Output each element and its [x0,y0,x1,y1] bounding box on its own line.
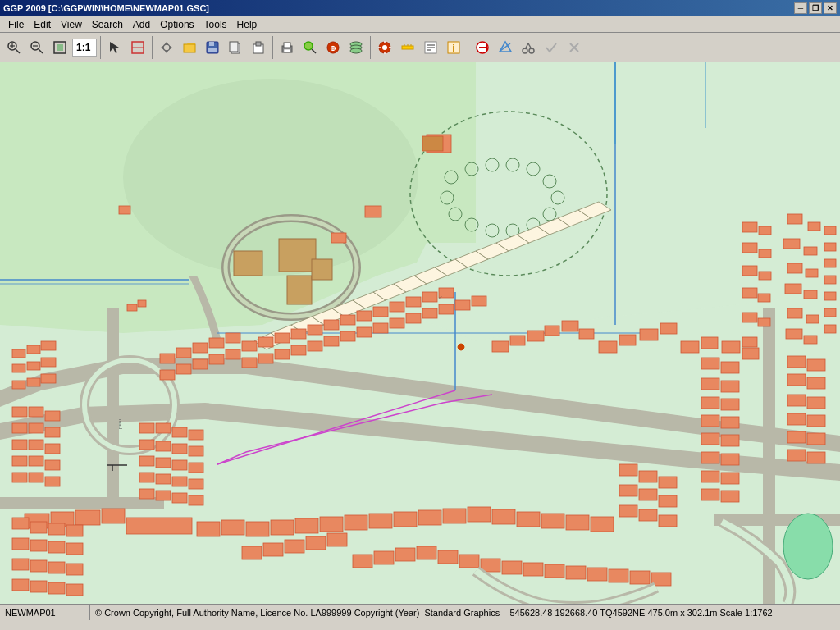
title-bar: GGP 2009 [C:\GGPWIN\HOME\NEWMAP01.GSC] ─… [0,0,840,16]
svg-rect-310 [30,560,47,572]
annotation-button[interactable] [420,37,441,58]
svg-rect-308 [66,543,83,555]
svg-rect-143 [824,325,836,333]
select-tool[interactable] [104,37,126,58]
stop-button[interactable] [472,37,493,58]
svg-rect-261 [545,564,564,578]
svg-rect-316 [66,584,83,596]
menu-add[interactable]: Add [128,18,155,31]
zoom-window-button[interactable] [299,37,321,58]
svg-rect-320 [189,430,203,440]
svg-rect-295 [12,456,27,466]
svg-rect-304 [66,525,83,536]
svg-rect-224 [541,514,564,528]
svg-rect-183 [422,292,437,302]
cross-button[interactable] [564,37,585,58]
svg-rect-169 [193,343,208,353]
svg-rect-72 [279,239,316,272]
view-extents-button[interactable] [49,37,71,58]
map-canvas[interactable]: ← road [0,62,840,604]
menu-edit[interactable]: Edit [29,18,56,31]
minimize-button[interactable]: ─ [794,2,807,14]
layer-button[interactable] [345,37,367,58]
svg-rect-130 [742,266,757,276]
svg-rect-307 [48,541,65,553]
svg-rect-208 [102,509,125,523]
save-button[interactable] [202,37,223,58]
svg-rect-8 [57,44,63,51]
svg-rect-278 [807,452,825,463]
measure-button[interactable] [397,37,418,58]
svg-rect-156 [562,321,578,331]
svg-rect-174 [275,333,290,343]
svg-rect-288 [45,411,60,421]
svg-text:⊕: ⊕ [330,44,336,52]
svg-rect-37 [402,46,413,49]
svg-rect-201 [422,308,437,318]
menu-options[interactable]: Options [155,18,199,31]
restore-button[interactable]: ❐ [809,2,822,14]
svg-rect-296 [29,456,43,466]
svg-rect-271 [788,395,806,406]
svg-rect-335 [172,493,187,503]
svg-rect-276 [807,433,825,445]
svg-rect-139 [824,259,836,267]
svg-rect-145 [619,335,636,345]
svg-rect-242 [721,491,739,502]
svg-rect-291 [45,427,60,437]
menu-search[interactable]: Search [87,18,128,31]
navigate-button[interactable] [495,37,516,58]
open-button[interactable] [179,37,200,58]
svg-rect-273 [788,413,806,425]
info-button[interactable]: i [443,37,464,58]
zoom-all-button[interactable]: ⊕ [322,37,344,58]
menu-view[interactable]: View [56,18,87,31]
menu-file[interactable]: File [3,18,29,31]
svg-rect-207 [75,510,100,525]
edit-tool[interactable] [127,37,148,58]
close-button[interactable]: ✕ [824,2,837,14]
svg-rect-180 [373,307,388,317]
paste-button[interactable] [248,37,269,58]
scissors-button[interactable] [518,37,539,58]
svg-rect-293 [29,440,43,450]
svg-rect-209 [126,518,192,534]
svg-rect-140 [824,276,836,284]
svg-rect-132 [742,288,757,298]
print-button[interactable] [276,37,298,58]
status-coordinates: © Crown Copyright, Full Authority Name, … [90,605,840,620]
pan-button[interactable] [156,37,177,58]
menu-tools[interactable]: Tools [199,18,232,31]
zoom-in-button[interactable] [3,37,25,58]
copy-button[interactable] [225,37,246,58]
zoom-out-button[interactable] [26,37,48,58]
svg-rect-178 [340,315,355,325]
svg-rect-121 [804,290,817,299]
svg-rect-199 [390,318,404,328]
svg-rect-319 [172,427,187,437]
svg-rect-204 [472,296,486,306]
toolbar-separator-2 [152,36,153,59]
svg-rect-216 [345,515,368,530]
svg-rect-22 [284,43,290,48]
gps-button[interactable] [374,37,395,58]
toolbar-separator-4 [370,36,371,59]
svg-rect-150 [722,341,740,353]
svg-rect-213 [271,520,294,535]
svg-rect-268 [807,359,825,371]
check-button[interactable] [541,37,562,58]
svg-rect-240 [721,472,739,484]
svg-rect-186 [176,364,191,374]
svg-rect-137 [824,226,836,235]
svg-rect-152 [492,341,509,352]
svg-rect-247 [639,489,657,500]
svg-rect-115 [808,222,820,231]
svg-rect-149 [701,337,718,349]
svg-rect-122 [788,308,802,318]
svg-rect-275 [788,431,806,443]
svg-rect-239 [701,471,719,482]
svg-line-25 [312,49,316,53]
menu-help[interactable]: Help [232,18,262,31]
svg-rect-195 [324,336,339,346]
map-view: ← road [0,62,840,604]
